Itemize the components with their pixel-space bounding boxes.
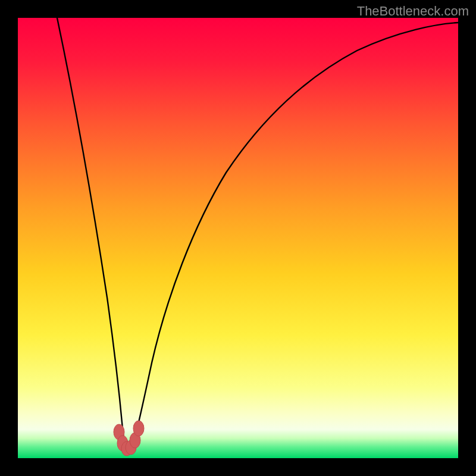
chart-svg <box>18 18 458 458</box>
chart-plot-area <box>18 18 458 458</box>
svg-point-5 <box>133 421 144 436</box>
attribution-label: TheBottleneck.com <box>357 4 469 19</box>
chart-frame: TheBottleneck.com <box>0 0 476 476</box>
gradient-background <box>18 18 458 458</box>
